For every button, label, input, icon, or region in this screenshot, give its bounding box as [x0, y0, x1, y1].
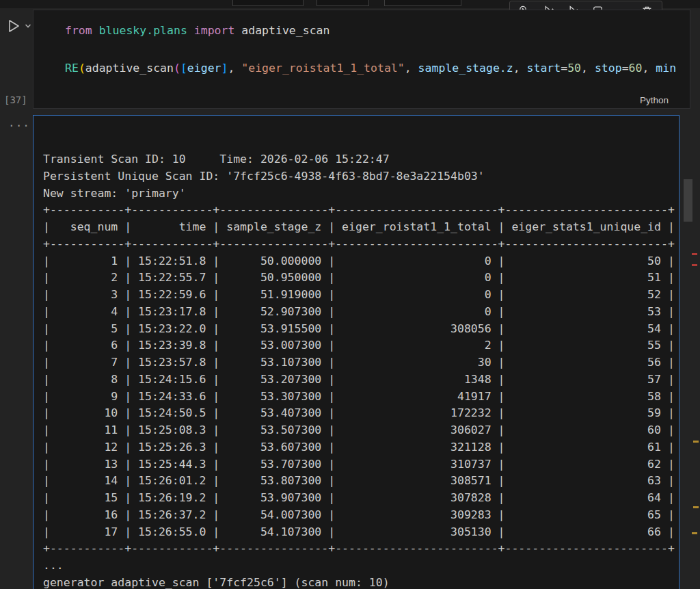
cutoff-tab-artifact — [384, 0, 461, 6]
cutoff-tab-artifact — [317, 0, 369, 6]
overview-ruler-mark — [692, 264, 697, 266]
execution-count: [37] — [4, 94, 27, 105]
scrollbar-thumb[interactable] — [684, 179, 692, 222]
output-collapse-indicator[interactable]: ... — [8, 116, 30, 129]
code-cell-editor[interactable]: from bluesky.plans import adaptive_scan … — [33, 10, 690, 109]
cell-output-area: Transient Scan ID: 10 Time: 2026-02-06 1… — [33, 115, 679, 589]
overview-ruler-mark — [693, 441, 699, 443]
chevron-down-icon — [24, 22, 32, 30]
cell-language-picker[interactable]: Python — [640, 95, 669, 105]
overview-ruler-mark — [692, 253, 697, 255]
run-cell-button[interactable] — [5, 18, 33, 34]
cutoff-tab-artifact — [232, 0, 304, 6]
vscode-notebook: { "colors": { "keyword": "#C586C0", "typ… — [0, 0, 700, 589]
output-text: Transient Scan ID: 10 Time: 2026-02-06 1… — [33, 116, 679, 589]
overview-ruler-mark — [692, 532, 697, 534]
play-icon — [5, 18, 22, 34]
overview-ruler-mark — [693, 506, 699, 508]
code-text[interactable]: from bluesky.plans import adaptive_scan … — [33, 10, 690, 78]
